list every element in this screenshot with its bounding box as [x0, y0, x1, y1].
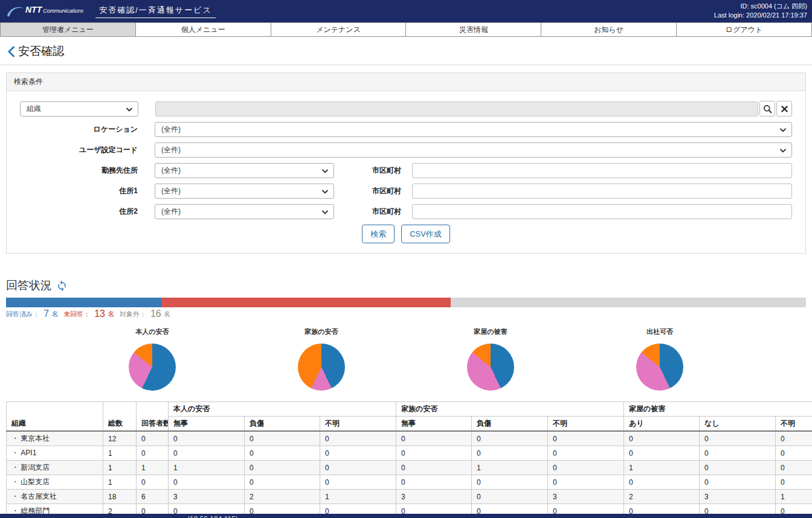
service-title: 安否確認/一斉通報サービス: [95, 5, 216, 18]
table-cell: 0: [776, 431, 812, 446]
table-cell: 1: [103, 475, 137, 490]
table-cell: 0: [320, 431, 396, 446]
csv-create-button[interactable]: CSV作成: [401, 225, 450, 243]
table-group-header-cell: 家屋の被害: [624, 402, 812, 417]
table-cell: 1: [624, 461, 700, 475]
table-cell: 0: [245, 446, 320, 461]
address1-city-label: 市区町村: [334, 186, 412, 196]
table-cell: 0: [548, 431, 624, 446]
table-cell: 0: [548, 446, 624, 461]
location-select-value: (全件): [161, 124, 181, 135]
table-subheader-cell: なし: [700, 417, 776, 432]
table-row: ・ API110000000000: [7, 446, 812, 461]
work-address-city-input[interactable]: [412, 163, 792, 178]
location-select[interactable]: (全件): [155, 122, 792, 137]
table-cell: 0: [137, 475, 169, 490]
work-address-select[interactable]: (全件): [155, 163, 334, 178]
org-cell[interactable]: ・ 山梨支店: [7, 475, 103, 490]
address1-label: 住所1: [20, 186, 138, 196]
table-cell: 1: [169, 461, 245, 475]
chevron-down-icon: [322, 210, 328, 214]
address2-label: 住所2: [20, 206, 138, 217]
unanswered-unit: 名: [108, 310, 114, 319]
user-code-select[interactable]: (全件): [155, 142, 792, 158]
tab-maintenance[interactable]: メンテナンス: [271, 22, 407, 37]
answered-count: 7: [44, 309, 49, 319]
table-row: ・ 東京本社120000000000: [7, 431, 812, 446]
address2-city-label: 市区町村: [334, 206, 412, 217]
app-footer: (10.56.104.115): [0, 514, 812, 518]
search-icon-button[interactable]: [759, 101, 775, 117]
unanswered-bar-segment: [161, 298, 450, 307]
table-cell: 0: [624, 431, 700, 446]
table-cell: 0: [245, 461, 320, 475]
table-subheader-cell: 無事: [396, 417, 472, 432]
table-subheader-cell: 不明: [548, 417, 624, 432]
work-address-label: 勤務先住所: [20, 165, 138, 176]
address1-city-input[interactable]: [412, 184, 792, 199]
table-cell: 1: [472, 461, 548, 475]
table-cell: 0: [169, 431, 245, 446]
org-cell[interactable]: ・ API1: [7, 446, 103, 461]
table-cell: 12: [103, 431, 137, 446]
table-subheader-cell: 負傷: [245, 417, 320, 432]
unanswered-label: 未回答：: [63, 310, 90, 319]
table-cell: 0: [472, 446, 548, 461]
search-panel-title: 検索条件: [7, 73, 805, 91]
table-cell: 0: [396, 461, 472, 475]
table-subheader-cell: 無事: [169, 417, 245, 432]
search-category-select[interactable]: 組織: [20, 101, 138, 117]
table-cell: 1: [103, 446, 137, 461]
table-subheader-cell: あり: [624, 417, 700, 432]
table-cell: 3: [396, 490, 472, 504]
unanswered-count: 13: [94, 309, 105, 319]
excluded-bar-segment: [451, 298, 806, 307]
search-button[interactable]: 検索: [362, 225, 395, 243]
search-panel: 検索条件 組織 ロケーション (全件) ユーザ設定コード: [6, 72, 806, 254]
address2-select-value: (全件): [161, 206, 181, 217]
pie-title-house-damage: 家屋の被害: [406, 327, 575, 336]
tab-disaster-info[interactable]: 災害情報: [405, 22, 541, 37]
tab-admin-menu[interactable]: 管理者メニュー: [0, 22, 136, 37]
table-cell: 0: [700, 475, 776, 490]
clear-icon-button[interactable]: [776, 101, 792, 117]
address2-select[interactable]: (全件): [155, 204, 334, 219]
chevron-down-icon: [780, 149, 786, 153]
table-header-cell: 組織: [7, 402, 103, 432]
pie-title-self-safety: 本人の安否: [68, 327, 237, 336]
table-header-cell: 回答者数: [137, 402, 169, 432]
excluded-count: 16: [150, 309, 161, 319]
address2-city-input[interactable]: [412, 204, 792, 219]
work-address-city-label: 市区町村: [334, 165, 412, 176]
tab-personal-menu[interactable]: 個人メニュー: [135, 22, 271, 37]
table-cell: 6: [137, 490, 169, 504]
tab-logout[interactable]: ログアウト: [676, 22, 812, 37]
logo-text-ntt: NTT: [25, 5, 42, 14]
table-subheader-cell: 不明: [320, 417, 396, 432]
table-cell: 0: [320, 475, 396, 490]
table-cell: 0: [548, 475, 624, 490]
refresh-icon[interactable]: [56, 280, 68, 292]
search-icon: [763, 104, 772, 114]
response-status-title: 回答状況: [6, 278, 52, 293]
table-cell: 3: [169, 490, 245, 504]
table-cell: 0: [137, 446, 169, 461]
org-cell[interactable]: ・ 東京本社: [7, 431, 103, 446]
user-id-text: ID: sc0004 (コム 四郎): [714, 2, 807, 11]
tab-news[interactable]: お知らせ: [541, 22, 677, 37]
back-chevron-icon[interactable]: [7, 46, 15, 57]
user-code-label: ユーザ設定コード: [20, 145, 138, 155]
org-cell[interactable]: ・ 新潟支店: [7, 461, 103, 475]
pie-title-family-safety: 家族の安否: [237, 327, 406, 336]
pie-title-work-availability: 出社可否: [575, 327, 744, 336]
table-cell: 3: [548, 490, 624, 504]
org-cell[interactable]: ・ 名古屋支社: [7, 490, 103, 504]
user-code-select-value: (全件): [161, 145, 181, 155]
last-login-text: Last login: 2020/02/21 17:19:37: [714, 11, 807, 20]
table-cell: 0: [169, 446, 245, 461]
table-cell: 0: [245, 431, 320, 446]
table-cell: 0: [396, 431, 472, 446]
table-cell: 0: [169, 475, 245, 490]
keyword-input[interactable]: [155, 101, 758, 117]
address1-select[interactable]: (全件): [155, 184, 334, 199]
